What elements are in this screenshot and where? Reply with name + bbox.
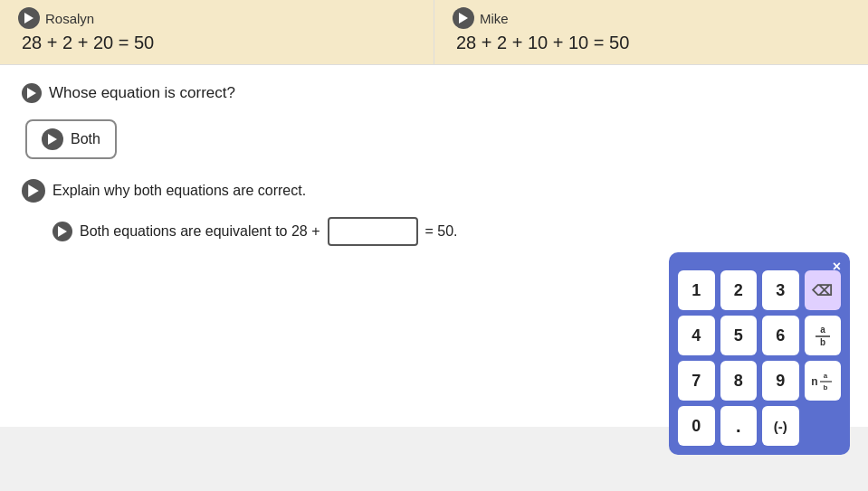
mixed-number-icon: n a b bbox=[810, 369, 835, 392]
fill-row: Both equations are equivalent to 28 + = … bbox=[52, 217, 846, 246]
rosalyn-speaker-icon[interactable] bbox=[18, 7, 40, 29]
fill-prefix: Both equations are equivalent to 28 + bbox=[80, 223, 320, 240]
fill-input[interactable] bbox=[328, 217, 418, 246]
calc-btn-0[interactable]: 0 bbox=[678, 406, 715, 446]
explain-row: Explain why both equations are correct. bbox=[22, 179, 846, 203]
calc-btn-fraction[interactable]: a b bbox=[805, 316, 842, 355]
calc-btn-5[interactable]: 5 bbox=[720, 316, 758, 355]
mike-panel: Mike 28 + 2 + 10 + 10 = 50 bbox=[434, 0, 868, 64]
svg-marker-4 bbox=[28, 184, 39, 197]
fill-suffix: = 50. bbox=[425, 223, 458, 240]
explain-label: Explain why both equations are correct. bbox=[52, 183, 306, 199]
calc-btn-6[interactable]: 6 bbox=[762, 316, 799, 355]
mike-name: Mike bbox=[480, 11, 509, 26]
calc-btn-7[interactable]: 7 bbox=[678, 361, 715, 401]
mike-equation: 28 + 2 + 10 + 10 = 50 bbox=[456, 33, 850, 53]
svg-text:a: a bbox=[820, 325, 825, 335]
both-button[interactable]: Both bbox=[25, 119, 117, 159]
svg-text:b: b bbox=[823, 383, 827, 392]
svg-text:b: b bbox=[820, 337, 825, 347]
calc-btn-4[interactable]: 4 bbox=[678, 316, 715, 355]
question-row: Whose equation is correct? bbox=[22, 83, 846, 103]
calc-btn-mixed[interactable]: n a b bbox=[805, 361, 842, 401]
svg-marker-1 bbox=[459, 13, 468, 24]
svg-marker-5 bbox=[58, 226, 67, 237]
speaker-triangle-both bbox=[48, 134, 57, 145]
calc-btn-neg[interactable]: (-) bbox=[762, 406, 799, 446]
top-equations-panel: Rosalyn 28 + 2 + 20 = 50 Mike 28 + 2 + 1… bbox=[0, 0, 868, 65]
calc-empty-cell bbox=[805, 406, 842, 446]
speaker-triangle-explain bbox=[27, 184, 40, 197]
calculator: × 1 2 3 ⌫ 4 5 6 a b 7 8 9 n a b bbox=[669, 252, 850, 455]
question-speaker-icon[interactable] bbox=[22, 83, 42, 103]
svg-text:n: n bbox=[811, 375, 817, 388]
svg-marker-2 bbox=[27, 88, 36, 99]
calculator-grid: 1 2 3 ⌫ 4 5 6 a b 7 8 9 n a b 0 . bbox=[678, 270, 841, 446]
calculator-close-button[interactable]: × bbox=[833, 260, 841, 274]
both-speaker-icon bbox=[42, 128, 63, 150]
rosalyn-name: Rosalyn bbox=[45, 11, 94, 26]
speaker-triangle-mike bbox=[459, 13, 468, 24]
fill-speaker-icon[interactable] bbox=[52, 222, 72, 241]
calc-btn-backspace[interactable]: ⌫ bbox=[805, 270, 842, 310]
rosalyn-panel: Rosalyn 28 + 2 + 20 = 50 bbox=[0, 0, 434, 64]
speaker-triangle bbox=[24, 13, 33, 24]
mike-speaker-icon[interactable] bbox=[453, 7, 474, 29]
speaker-triangle-q bbox=[27, 88, 36, 99]
rosalyn-equation: 28 + 2 + 20 = 50 bbox=[22, 33, 415, 53]
rosalyn-name-row: Rosalyn bbox=[18, 7, 415, 29]
svg-marker-3 bbox=[48, 134, 57, 145]
calc-btn-3[interactable]: 3 bbox=[762, 270, 799, 310]
both-label: Both bbox=[71, 131, 100, 147]
svg-marker-0 bbox=[24, 13, 33, 24]
calc-btn-dot[interactable]: . bbox=[720, 406, 758, 446]
svg-text:a: a bbox=[824, 372, 828, 380]
question-label: Whose equation is correct? bbox=[49, 84, 235, 102]
mike-name-row: Mike bbox=[453, 7, 850, 29]
speaker-triangle-fill bbox=[58, 226, 67, 237]
fraction-icon: a b bbox=[813, 324, 833, 347]
calc-btn-8[interactable]: 8 bbox=[720, 361, 758, 401]
calc-btn-2[interactable]: 2 bbox=[720, 270, 758, 310]
calc-btn-1[interactable]: 1 bbox=[678, 270, 715, 310]
explain-speaker-icon[interactable] bbox=[22, 179, 45, 203]
calc-btn-9[interactable]: 9 bbox=[762, 361, 799, 401]
